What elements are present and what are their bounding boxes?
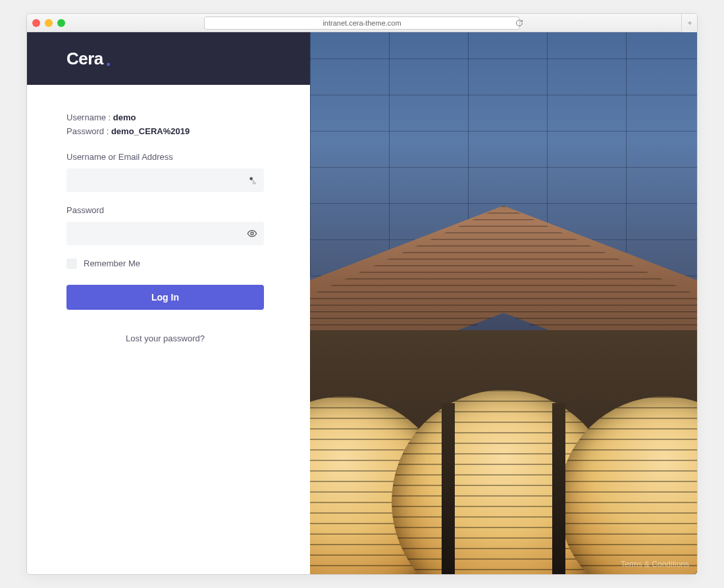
lost-password-link[interactable]: Lost your password?: [66, 333, 264, 343]
username-label: Username or Email Address: [66, 152, 271, 162]
hint-password-label: Password :: [66, 126, 111, 136]
logo-text: Cera: [66, 49, 103, 69]
browser-toolbar: intranet.cera-theme.com: [27, 14, 697, 32]
eye-icon[interactable]: [247, 228, 257, 239]
address-bar[interactable]: intranet.cera-theme.com: [204, 16, 520, 30]
username-field-wrap: [66, 168, 264, 192]
remember-me-row[interactable]: Remember Me: [66, 258, 271, 269]
password-input[interactable]: [73, 222, 240, 245]
hint-password-value: demo_CERA%2019: [111, 126, 190, 136]
maximize-window-button[interactable]: [57, 19, 65, 27]
address-bar-url: intranet.cera-theme.com: [323, 19, 401, 27]
svg-point-0: [249, 177, 253, 180]
hero-image: Terms & Conditions: [310, 32, 697, 574]
hero-pillar-left: [442, 403, 455, 574]
remember-me-checkbox[interactable]: [66, 258, 77, 269]
username-input[interactable]: [73, 168, 240, 192]
terms-link[interactable]: Terms & Conditions: [621, 560, 689, 569]
login-button[interactable]: Log In: [66, 285, 264, 310]
key-icon[interactable]: [248, 176, 257, 185]
login-form: Username : demo Password : demo_CERA%201…: [27, 85, 310, 343]
hint-username-value: demo: [113, 112, 136, 122]
hint-username-label: Username :: [66, 112, 113, 122]
password-field-wrap: [66, 222, 264, 245]
window-controls: [32, 19, 65, 27]
svg-point-1: [251, 232, 253, 235]
hero-pillar-right: [552, 403, 565, 574]
minimize-window-button[interactable]: [45, 19, 53, 27]
browser-window: intranet.cera-theme.com Cera . Username …: [26, 13, 698, 575]
reload-icon: [515, 19, 523, 27]
remember-me-label: Remember Me: [84, 258, 140, 268]
plus-icon: [686, 20, 693, 26]
logo-bar: Cera .: [27, 32, 310, 85]
credentials-hint: Username : demo Password : demo_CERA%201…: [66, 111, 271, 139]
new-tab-button[interactable]: [681, 14, 697, 32]
page-content: Cera . Username : demo Password : demo_C…: [27, 32, 697, 574]
reload-button[interactable]: [513, 16, 526, 30]
password-label: Password: [66, 205, 271, 215]
close-window-button[interactable]: [32, 19, 40, 27]
logo-dot: .: [106, 49, 111, 70]
login-panel: Cera . Username : demo Password : demo_C…: [27, 32, 310, 574]
